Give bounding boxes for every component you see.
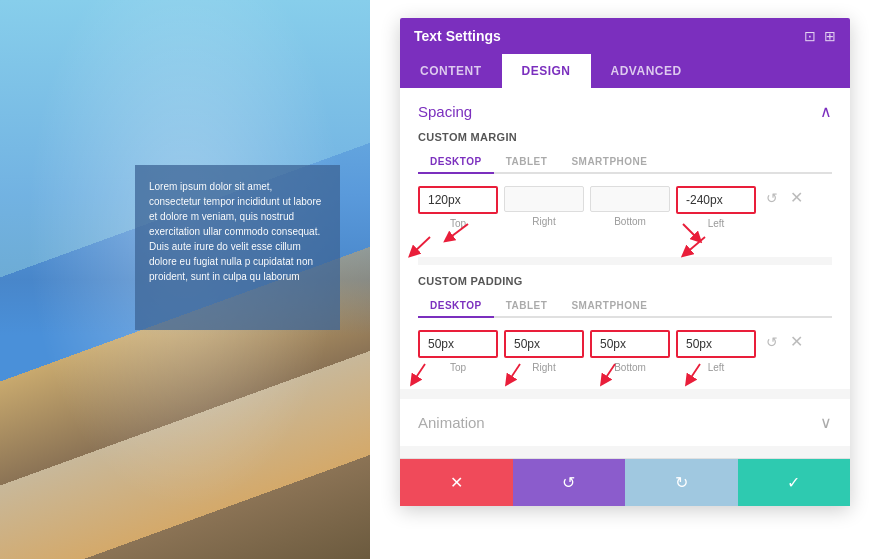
spacing-content: Custom Margin DESKTOP TABLET SMARTPHONE … — [400, 131, 850, 389]
padding-right-group: Right — [504, 330, 584, 373]
padding-close-button[interactable]: ✕ — [786, 330, 807, 353]
custom-margin-group: Custom Margin DESKTOP TABLET SMARTPHONE … — [418, 131, 832, 257]
padding-bottom-label: Bottom — [614, 362, 646, 373]
bottom-spacer — [400, 446, 850, 458]
divider-1 — [418, 257, 832, 265]
padding-left-input[interactable] — [676, 330, 756, 358]
panel-header-actions: ⊡ ⊞ — [804, 28, 836, 44]
tab-advanced[interactable]: Advanced — [591, 54, 702, 88]
svg-line-0 — [448, 224, 468, 239]
redo-button[interactable]: ↻ — [625, 459, 738, 506]
padding-right-label: Right — [532, 362, 555, 373]
tab-content[interactable]: Content — [400, 54, 502, 88]
margin-left-input[interactable] — [676, 186, 756, 214]
expand-icon[interactable]: ⊡ — [804, 28, 816, 44]
animation-header[interactable]: Animation ∨ — [418, 413, 832, 432]
text-card-content: Lorem ipsum dolor sit amet, consectetur … — [149, 181, 321, 282]
columns-icon[interactable]: ⊞ — [824, 28, 836, 44]
tab-bar: Content Design Advanced — [400, 54, 850, 88]
padding-top-group: Top — [418, 330, 498, 373]
cancel-button[interactable]: ✕ — [400, 459, 513, 506]
padding-right-input[interactable] — [504, 330, 584, 358]
custom-margin-label: Custom Margin — [418, 131, 832, 143]
custom-padding-label: Custom Padding — [418, 275, 832, 287]
margin-desktop-tab[interactable]: DESKTOP — [418, 151, 494, 174]
padding-reset-button[interactable]: ↺ — [762, 332, 782, 352]
padding-top-label: Top — [450, 362, 466, 373]
animation-title: Animation — [418, 414, 485, 431]
padding-row-actions: ↺ ✕ — [762, 330, 807, 353]
padding-bottom-group: Bottom — [590, 330, 670, 373]
margin-right-input[interactable] — [504, 186, 584, 212]
margin-smartphone-tab[interactable]: SMARTPHONE — [559, 151, 659, 174]
padding-tablet-tab[interactable]: TABLET — [494, 295, 560, 318]
padding-inputs-row: Top Right Bottom Left — [418, 330, 832, 373]
animation-toggle-icon[interactable]: ∨ — [820, 413, 832, 432]
animation-section: Animation ∨ — [400, 399, 850, 446]
spacing-section-header[interactable]: Spacing ∧ — [400, 88, 850, 131]
spacing-title: Spacing — [418, 103, 472, 120]
text-overlay-card: Lorem ipsum dolor sit amet, consectetur … — [135, 165, 340, 330]
padding-left-label: Left — [708, 362, 725, 373]
padding-top-input[interactable] — [418, 330, 498, 358]
tab-design[interactable]: Design — [502, 54, 591, 88]
padding-smartphone-tab[interactable]: SMARTPHONE — [559, 295, 659, 318]
margin-tablet-tab[interactable]: TABLET — [494, 151, 560, 174]
spacing-toggle-icon[interactable]: ∧ — [820, 102, 832, 121]
save-button[interactable]: ✓ — [738, 459, 851, 506]
panel-body: Spacing ∧ Custom Margin DESKTOP TABLET S… — [400, 88, 850, 458]
panel-title: Text Settings — [414, 28, 501, 44]
margin-top-input[interactable] — [418, 186, 498, 214]
padding-left-group: Left — [676, 330, 756, 373]
margin-reset-button[interactable]: ↺ — [762, 188, 782, 208]
section-divider — [400, 391, 850, 399]
margin-bottom-input[interactable] — [590, 186, 670, 212]
margin-arrows — [418, 219, 758, 249]
panel-header: Text Settings ⊡ ⊞ — [400, 18, 850, 54]
reset-button[interactable]: ↺ — [513, 459, 626, 506]
padding-device-tabs: DESKTOP TABLET SMARTPHONE — [418, 295, 832, 318]
margin-device-tabs: DESKTOP TABLET SMARTPHONE — [418, 151, 832, 174]
padding-bottom-input[interactable] — [590, 330, 670, 358]
padding-desktop-tab[interactable]: DESKTOP — [418, 295, 494, 318]
custom-padding-group: Custom Padding DESKTOP TABLET SMARTPHONE… — [418, 275, 832, 373]
bottom-bar: ✕ ↺ ↻ ✓ — [400, 458, 850, 506]
margin-close-button[interactable]: ✕ — [786, 186, 807, 209]
margin-row-actions: ↺ ✕ — [762, 186, 807, 209]
svg-line-1 — [683, 224, 698, 239]
settings-panel: Text Settings ⊡ ⊞ Content Design Advance… — [400, 18, 850, 506]
spacing-section: Spacing ∧ Custom Margin DESKTOP TABLET S… — [400, 88, 850, 389]
